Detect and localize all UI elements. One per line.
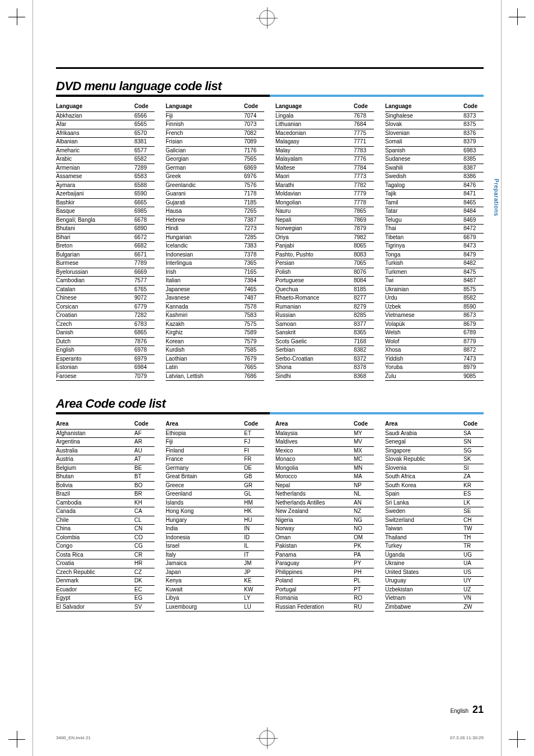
cell-code: 6669 (134, 268, 154, 277)
table-row: Estonian6984 (56, 363, 154, 372)
cell-code: CZ (134, 568, 154, 577)
cell-code: MN (354, 464, 374, 473)
side-tab-preparations: Preparations (493, 179, 499, 216)
table-row: Kirghiz7589 (166, 329, 264, 338)
table-row: Assamese6583 (56, 172, 154, 181)
cell-name: Fiji (166, 438, 244, 446)
cell-name: France (166, 455, 244, 464)
table-row: ItalyIT (166, 551, 264, 560)
cell-code: SI (463, 464, 484, 473)
table-row: Uzbek8590 (385, 303, 484, 312)
table-row: Serbian8382 (275, 346, 374, 355)
cell-code: AF (134, 430, 154, 438)
registration-mark-icon (259, 730, 275, 746)
table-row: Somali8379 (385, 138, 484, 147)
cell-name: Ethiopia (166, 430, 244, 438)
cell-code: NG (354, 516, 374, 525)
table-row: Catalan6765 (56, 286, 154, 295)
cell-code: 7074 (244, 112, 264, 120)
table-row: BrazilBR (56, 490, 154, 499)
cell-name: Mexico (275, 447, 354, 455)
cell-code: 9085 (463, 372, 484, 381)
table-row: SwedenSE (385, 507, 484, 516)
footer-lang: English (450, 708, 469, 714)
cell-code: 8475 (463, 268, 484, 277)
cell-name: Congo (56, 542, 134, 550)
header-right: Code (134, 420, 154, 428)
cell-code: 7465 (244, 286, 264, 294)
cell-code: LU (244, 603, 264, 612)
table-row: Marathi7782 (275, 181, 374, 190)
cell-code: 7879 (354, 225, 374, 233)
table-row: Breton6682 (56, 242, 154, 251)
table-row: GermanyDE (166, 464, 264, 473)
table-row: Abkhazian6566 (56, 112, 154, 121)
cell-name: Hebrew (166, 216, 244, 225)
cell-code: JM (244, 559, 264, 568)
table-row: English6978 (56, 346, 154, 355)
table-row: Malay7783 (275, 147, 374, 156)
cell-code: GL (244, 490, 264, 498)
table-row: GreenlandGL (166, 490, 264, 499)
cell-name: Samoan (275, 320, 354, 329)
cell-code: ID (244, 534, 264, 542)
cell-name: Ameharic (56, 147, 134, 155)
table-row: Tamil8465 (385, 199, 484, 208)
cell-name: Uzbek (385, 303, 463, 311)
cell-name: Morocco (275, 473, 354, 481)
header-left: Language (385, 102, 463, 111)
cell-name: Australia (56, 447, 134, 455)
column-header: AreaCode (275, 420, 374, 430)
cell-code: 6582 (134, 155, 154, 164)
cell-name: Telugu (385, 216, 463, 225)
table-row: Norwegian7879 (275, 225, 374, 234)
header-left: Area (166, 420, 244, 428)
table-row: Welsh6789 (385, 329, 484, 338)
cell-name: Breton (56, 242, 134, 250)
cell-name: Scots Gaelic (275, 338, 354, 346)
cell-code: 6783 (134, 320, 154, 329)
cell-code: 6679 (463, 234, 484, 242)
table-column: AreaCodeMalaysiaMYMaldivesMVMexicoMXMona… (275, 420, 374, 612)
cell-name: Yoruba (385, 363, 463, 372)
table-row: Pashto, Pushto8083 (275, 251, 374, 260)
table-row: FinlandFI (166, 447, 264, 456)
cell-name: Tamil (385, 199, 463, 207)
cell-name: Netherlands (275, 490, 354, 498)
cell-name: Slovenian (385, 129, 463, 138)
cell-name: Costa Rica (56, 551, 134, 559)
cell-code: 7784 (354, 164, 374, 172)
table-row: Malayalam7776 (275, 155, 374, 164)
cell-code: UZ (463, 586, 484, 594)
table-row: Macedonian7775 (275, 129, 374, 138)
header-left: Area (56, 420, 134, 428)
table-column: LanguageCodeAbkhazian6566Afar6565Afrikaa… (56, 102, 154, 381)
table-row: Georgian7565 (166, 155, 264, 164)
cell-code: 9072 (134, 294, 154, 302)
cell-code: OM (354, 534, 374, 542)
cell-name: Abkhazian (56, 112, 134, 120)
cell-code: 8385 (463, 155, 484, 164)
cell-code: 8382 (354, 346, 374, 354)
cell-code: AU (134, 447, 154, 455)
cell-code: 7576 (244, 181, 264, 190)
cell-name: Irish (166, 268, 244, 277)
cell-name: Marathi (275, 181, 354, 190)
crop-mark (506, 728, 528, 750)
table-row: NetherlandsNL (275, 490, 374, 499)
cell-code: 6665 (134, 199, 154, 207)
accent-rule (56, 95, 484, 97)
header-left: Language (275, 102, 354, 111)
cell-code: 8279 (354, 303, 374, 311)
table-row: KuwaitKW (166, 586, 264, 595)
table-row: Finnish7073 (166, 120, 264, 129)
table-row: Cambodian7577 (56, 277, 154, 286)
table-row: Sri LankaLK (385, 499, 484, 508)
table-row: Persian7065 (275, 259, 374, 268)
cell-code: 8372 (354, 355, 374, 363)
cell-name: Russian (275, 311, 354, 320)
table-row: CambodiaKH (56, 499, 154, 508)
cell-code: CL (134, 516, 154, 525)
cell-name: Maldives (275, 438, 354, 446)
cell-name: Japan (166, 568, 244, 577)
